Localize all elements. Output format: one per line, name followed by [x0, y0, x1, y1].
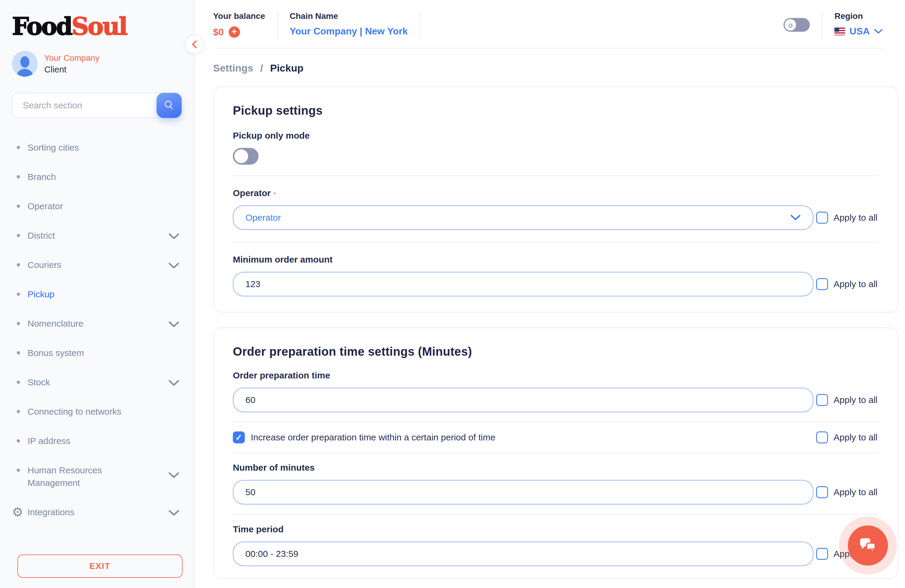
increase-prep-time-label: Increase order preparation time within a…	[251, 432, 495, 442]
chevron-down-icon	[168, 321, 179, 327]
sidebar-item-ip-address[interactable]: IP address	[12, 435, 179, 447]
operator-label: Operator	[233, 188, 271, 198]
prep-time-settings-card: Order preparation time settings (Minutes…	[213, 327, 899, 579]
region-value: USA	[849, 26, 870, 37]
divider	[233, 242, 879, 243]
breadcrumb-current: Pickup	[270, 62, 303, 74]
brand-logo-primary: Food	[12, 12, 71, 40]
sidebar-item-stock[interactable]: Stock	[12, 376, 179, 389]
sidebar-item-connecting-to-networks[interactable]: Connecting to networks	[12, 405, 179, 418]
usa-flag-icon	[834, 27, 845, 35]
region-selector[interactable]: USA	[834, 26, 883, 37]
balance-block: Your balance $0 +	[213, 11, 265, 38]
card-title: Order preparation time settings (Minutes…	[233, 345, 879, 358]
apply-to-all-label: Apply to all	[834, 213, 878, 223]
add-balance-button[interactable]: +	[229, 26, 240, 38]
plus-icon: +	[232, 26, 237, 37]
chevron-down-icon	[168, 233, 179, 240]
sidebar-item-operator[interactable]: Operator	[12, 200, 179, 213]
balance-value: $0	[213, 27, 224, 38]
divider	[233, 514, 879, 515]
chain-block: Chain Name Your Company | New York	[290, 11, 408, 37]
sidebar: FoodSoul Your Company Client Sorting cit…	[0, 0, 195, 588]
chevron-down-icon	[168, 380, 179, 386]
sidebar-item-branch[interactable]: Branch	[12, 171, 179, 183]
sun-icon: ☼	[787, 21, 795, 29]
sidebar-item-nomenclature[interactable]: Nomenclature	[12, 317, 179, 330]
balance-label: Your balance	[213, 11, 265, 21]
chevron-down-icon	[874, 29, 883, 34]
chevron-down-icon	[790, 215, 801, 221]
gear-icon: ⚙	[12, 506, 23, 518]
avatar-person-icon	[21, 56, 29, 68]
breadcrumb: Settings / Pickup	[213, 62, 899, 74]
search-icon	[163, 99, 175, 111]
theme-toggle[interactable]: ☼	[783, 18, 810, 32]
brand-logo-accent: Soul	[71, 12, 127, 40]
divider	[822, 11, 822, 40]
chevron-down-icon	[168, 262, 179, 269]
avatar	[12, 51, 38, 77]
search-button[interactable]	[157, 93, 182, 118]
main-area: Your balance $0 + Chain Name Your Compan…	[195, 0, 905, 588]
app: FoodSoul Your Company Client Sorting cit…	[0, 0, 905, 588]
breadcrumb-settings[interactable]: Settings	[213, 62, 253, 74]
apply-to-all-checkbox[interactable]	[816, 548, 828, 560]
apply-to-all-label: Apply to all	[834, 395, 878, 405]
min-order-label: Minimum order amount	[233, 254, 879, 265]
operator-select[interactable]: Operator	[233, 205, 813, 230]
region-label: Region	[834, 11, 883, 21]
sidebar-item-hr-management[interactable]: Human Resources Management	[12, 464, 179, 489]
divider	[277, 11, 278, 40]
brand-logo: FoodSoul	[12, 14, 194, 38]
apply-to-all-label: Apply to all	[834, 432, 878, 442]
sidebar-item-couriers[interactable]: Couriers	[12, 259, 179, 271]
divider	[420, 11, 421, 40]
chat-bubbles-icon	[858, 537, 878, 555]
increase-prep-time-checkbox[interactable]: ✓	[233, 431, 245, 443]
chat-support-button[interactable]	[848, 525, 888, 566]
apply-to-all-checkbox[interactable]	[816, 486, 828, 498]
min-order-input[interactable]	[233, 272, 813, 296]
apply-to-all-checkbox[interactable]	[816, 431, 828, 443]
prep-time-input[interactable]	[233, 388, 813, 412]
pickup-only-mode-toggle[interactable]	[233, 148, 259, 165]
profile-block: Your Company Client	[12, 51, 194, 77]
divider	[233, 452, 879, 453]
time-period-label: Time period	[233, 524, 879, 534]
breadcrumb-separator: /	[260, 62, 263, 74]
chain-label: Chain Name	[290, 11, 408, 21]
sidebar-item-bonus-system[interactable]: Bonus system	[12, 347, 179, 359]
apply-to-all-checkbox[interactable]	[816, 278, 828, 290]
sidebar-item-district[interactable]: District	[12, 229, 179, 242]
time-period-input[interactable]	[233, 542, 813, 566]
exit-button[interactable]: EXIT	[17, 555, 183, 578]
sidebar-item-integrations[interactable]: ⚙Integrations	[12, 506, 179, 518]
apply-to-all-label: Apply to all	[834, 487, 878, 497]
profile-role: Client	[44, 65, 99, 75]
prep-time-label: Order preparation time	[233, 370, 879, 380]
chain-value-link[interactable]: Your Company | New York	[290, 26, 408, 37]
search-input[interactable]	[12, 93, 182, 118]
apply-to-all-checkbox[interactable]	[816, 394, 828, 406]
card-title: Pickup settings	[233, 104, 879, 118]
sidebar-item-pickup[interactable]: Pickup	[12, 288, 179, 300]
minutes-input[interactable]	[233, 480, 813, 504]
chevron-left-icon	[190, 39, 199, 49]
sidebar-item-sorting-cities[interactable]: Sorting cities	[12, 141, 179, 154]
operator-select-value: Operator	[245, 213, 281, 223]
content: Settings / Pickup Pickup settings Pickup…	[213, 49, 899, 579]
required-asterisk: *	[274, 192, 276, 197]
topbar: Your balance $0 + Chain Name Your Compan…	[213, 0, 885, 49]
region-block: Region USA	[834, 11, 883, 37]
profile-company: Your Company	[44, 53, 99, 63]
sidebar-collapse-button[interactable]	[185, 35, 204, 54]
divider	[233, 175, 879, 176]
chevron-down-icon	[168, 472, 179, 478]
apply-to-all-checkbox[interactable]	[816, 212, 828, 224]
minutes-label: Number of minutes	[233, 462, 879, 473]
divider	[233, 422, 879, 423]
sidebar-search	[12, 93, 182, 118]
pickup-settings-card: Pickup settings Pickup only mode Operato…	[213, 86, 899, 313]
apply-to-all-label: Apply to all	[834, 279, 878, 289]
